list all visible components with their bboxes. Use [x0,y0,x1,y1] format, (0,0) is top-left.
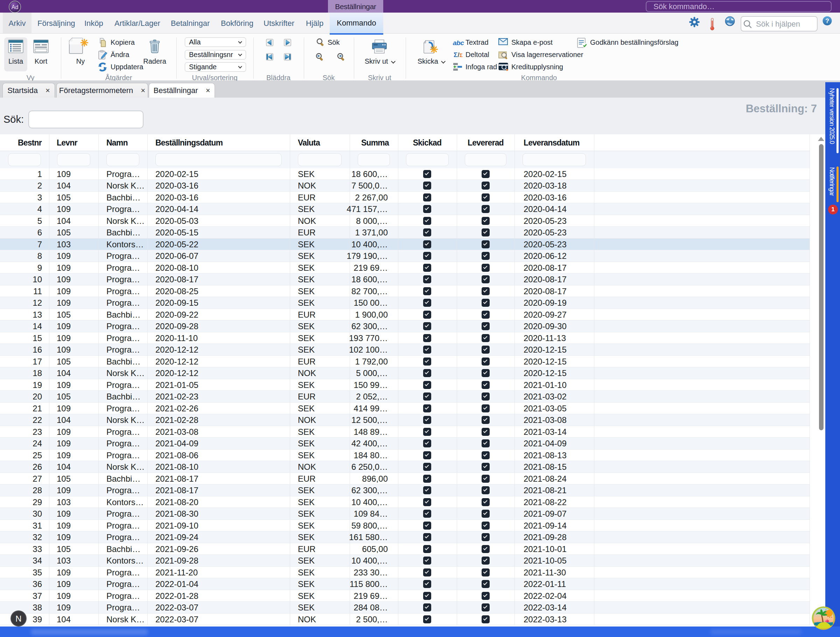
svg-text:Ad: Ad [11,4,19,10]
svg-text:?: ? [825,17,829,25]
